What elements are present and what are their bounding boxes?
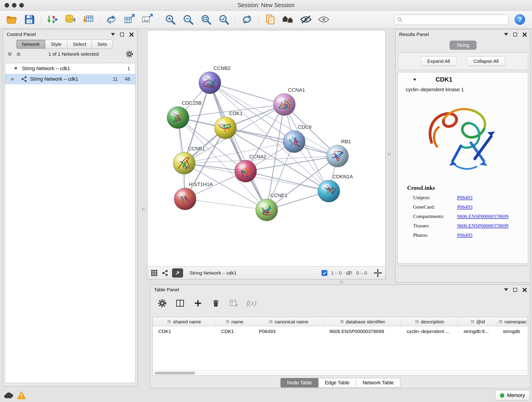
scrollbar-thumb[interactable]: [155, 372, 195, 375]
table-settings-button[interactable]: [157, 298, 167, 308]
help-button[interactable]: ?: [515, 14, 525, 25]
network-node-ccna1[interactable]: CCNA1: [273, 87, 305, 115]
collapse-all-icon[interactable]: [7, 51, 13, 57]
table-horizontal-scrollbar[interactable]: [153, 370, 528, 375]
panel-collapse-icon[interactable]: [111, 33, 115, 36]
string-results-tab[interactable]: String: [450, 41, 476, 50]
expand-all-icon[interactable]: [16, 51, 21, 57]
panel-float-icon[interactable]: [120, 32, 124, 36]
export-image-button[interactable]: [141, 13, 153, 26]
duplicate-annotation-button[interactable]: [264, 13, 277, 26]
window-zoom-button[interactable]: [19, 3, 24, 7]
network-canvas[interactable]: CCNB2CCNA1CDC25BCDK1CDC6RB1CCNB1CCNA2CDK…: [147, 31, 385, 266]
pan-crosshair-icon[interactable]: [374, 269, 382, 277]
crosslink-value-link[interactable]: P06493: [457, 195, 472, 201]
network-node-hist1h1a[interactable]: HIST1H1A: [174, 182, 213, 210]
hidden-items-eye-slash-icon[interactable]: [345, 269, 353, 277]
column-header-shared-name[interactable]: shared name: [153, 317, 215, 326]
tab-network-table[interactable]: Network Table: [356, 378, 400, 388]
import-network-from-database-button[interactable]: [64, 13, 77, 26]
panel-collapse-icon[interactable]: [504, 33, 508, 36]
gene-collapse-icon[interactable]: [413, 78, 416, 81]
import-network-from-file-button[interactable]: [46, 13, 59, 26]
selected-nodes-checkbox-icon[interactable]: [322, 270, 327, 276]
cloud-tasks-button[interactable]: [2, 390, 15, 401]
panel-close-icon[interactable]: [522, 287, 527, 292]
refresh-layout-button[interactable]: [241, 13, 253, 26]
string-share-icon[interactable]: [162, 269, 168, 276]
table-cell[interactable]: 9606.ENSP00000378699: [324, 329, 401, 334]
network-collection-row[interactable]: String Network – cdk1 1: [5, 63, 135, 74]
birdseye-grid-icon[interactable]: [151, 269, 158, 277]
tab-edge-table[interactable]: Edge Table: [318, 378, 356, 388]
search-input[interactable]: [404, 17, 506, 22]
open-in-browser-button[interactable]: [172, 268, 183, 278]
table-cell[interactable]: cyclin–dependent ...: [401, 329, 458, 334]
network-edge[interactable]: [246, 171, 329, 191]
import-table-from-file-button[interactable]: [82, 13, 95, 26]
table-row[interactable]: CDK1CDK1P064939606.ENSP00000378699cyclin…: [153, 326, 528, 337]
create-column-button[interactable]: [193, 298, 203, 308]
network-edge[interactable]: [210, 83, 284, 104]
network-row[interactable]: String Network – cdk1 11 48: [5, 74, 135, 84]
results-scroll-track[interactable]: [398, 263, 528, 266]
table-cell[interactable]: P06493: [253, 329, 324, 334]
expand-all-button[interactable]: Expand All: [421, 56, 457, 66]
table-cell[interactable]: stringdb: [497, 329, 528, 334]
open-session-button[interactable]: [5, 13, 18, 26]
column-header-description[interactable]: description: [401, 317, 458, 326]
crosslink-value-link[interactable]: P06493: [457, 232, 472, 238]
network-node-rb1[interactable]: RB1: [326, 139, 351, 167]
network-merge-button[interactable]: [105, 13, 118, 26]
column-header-canonical-name[interactable]: canonical name: [253, 317, 324, 326]
table-cell[interactable]: CDK1: [215, 329, 253, 334]
panel-collapse-icon[interactable]: [504, 288, 508, 291]
panel-close-icon[interactable]: [129, 32, 133, 37]
panel-close-icon[interactable]: [522, 32, 527, 37]
zoom-in-button[interactable]: [164, 13, 177, 26]
zoom-out-button[interactable]: [182, 13, 195, 26]
crosslink-value-link[interactable]: 9606.ENSP00000378699: [457, 223, 508, 229]
column-header-name[interactable]: name: [215, 317, 253, 326]
panel-float-icon[interactable]: [513, 32, 517, 36]
show-columns-button[interactable]: [175, 298, 185, 308]
column-header-namespac[interactable]: namespac: [497, 317, 528, 326]
zoom-selected-button[interactable]: [217, 13, 230, 26]
table-cell[interactable]: CDK1: [153, 329, 215, 334]
tab-network[interactable]: Network: [16, 40, 45, 49]
tree-expand-icon[interactable]: [14, 67, 17, 70]
window-close-button[interactable]: [5, 3, 9, 7]
tab-select[interactable]: Select: [67, 40, 92, 49]
delete-table-button[interactable]: [229, 298, 239, 308]
window-minimize-button[interactable]: [12, 3, 17, 7]
tab-node-table[interactable]: Node Table: [280, 378, 318, 388]
network-edge[interactable]: [210, 83, 267, 210]
function-builder-button[interactable]: f(x): [247, 298, 256, 308]
tab-style[interactable]: Style: [45, 40, 67, 49]
network-node-ccnb2[interactable]: CCNB2: [199, 65, 231, 94]
panel-float-icon[interactable]: [513, 288, 517, 292]
crosslink-value-link[interactable]: P06493: [457, 204, 472, 210]
column-header-id[interactable]: @id: [458, 317, 497, 326]
warnings-button[interactable]: [15, 390, 28, 401]
collapse-all-button[interactable]: Collapse All: [467, 56, 505, 66]
save-session-button[interactable]: [23, 13, 36, 26]
bottom-splitter-handle[interactable]: [341, 281, 343, 283]
column-header-database-identifier[interactable]: database identifier: [324, 317, 401, 326]
network-edge[interactable]: [185, 199, 267, 210]
table-cell[interactable]: stringdb:9...: [458, 329, 497, 334]
right-splitter-handle[interactable]: [388, 153, 390, 155]
network-node-cdkn1a[interactable]: CDKN1A: [318, 174, 353, 202]
zoom-fit-button[interactable]: [200, 13, 212, 26]
crosslink-value-link[interactable]: 9606.ENSP00000378699: [457, 213, 508, 219]
delete-column-button[interactable]: [211, 298, 221, 308]
memory-button[interactable]: Memory: [495, 390, 530, 400]
network-overview-button[interactable]: [282, 13, 294, 26]
hide-graphics-details-button[interactable]: [299, 13, 312, 26]
export-table-button[interactable]: [123, 13, 136, 26]
show-graphics-details-button[interactable]: [317, 13, 330, 26]
tab-sets[interactable]: Sets: [92, 40, 113, 49]
network-node-cdk1[interactable]: CDK1: [215, 110, 243, 139]
gear-icon[interactable]: [126, 51, 133, 58]
left-splitter-handle[interactable]: [142, 208, 144, 211]
